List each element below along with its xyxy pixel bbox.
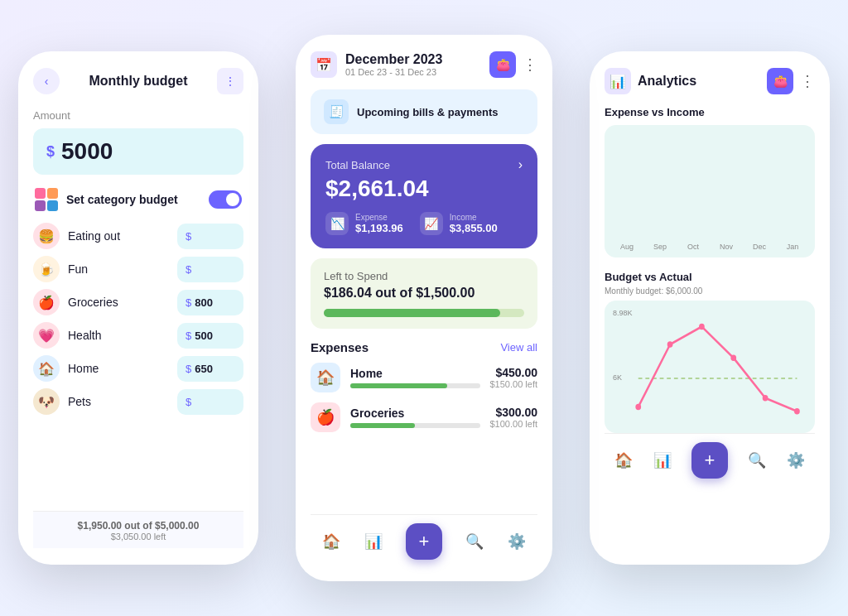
- left-phone-header: ‹ Monthly budget ⋮: [33, 68, 243, 94]
- balance-amount: $2,661.04: [325, 176, 523, 202]
- fun-input[interactable]: $: [177, 257, 243, 282]
- bar-label-aug: Aug: [613, 243, 641, 251]
- left-phone: ‹ Monthly budget ⋮ Amount $ 5000 Set ca: [18, 51, 258, 565]
- bills-icon: 🧾: [324, 99, 349, 124]
- budget-actual-title: Budget vs Actual: [605, 271, 815, 283]
- groceries-expense-bar: [350, 423, 480, 428]
- y-label-high: 8.98K: [613, 309, 633, 317]
- fab-add-button[interactable]: +: [406, 523, 442, 560]
- analytics-title: Analytics: [638, 74, 696, 89]
- category-list: 🍔 Eating out $ 🍺 Fun $ 🍎 Groceries: [33, 223, 243, 511]
- home-expense-name: Home: [350, 367, 480, 380]
- back-button[interactable]: ‹: [33, 68, 60, 94]
- groceries-icon: 🍎: [33, 289, 60, 315]
- balance-label: Total Balance: [325, 159, 390, 171]
- bar-label-sep: Sep: [646, 243, 674, 251]
- list-item: 🍎 Groceries $ 800: [33, 289, 243, 315]
- eating-out-label: Eating out: [68, 229, 169, 243]
- nav-search[interactable]: 🔍: [465, 532, 484, 551]
- budget-actual-subtitle: Monthly budget: $6,000.00: [605, 286, 815, 296]
- y-label-low: 6K: [613, 373, 622, 382]
- bar-label-jan: Jan: [778, 243, 807, 251]
- progress-bar: [324, 309, 524, 317]
- right-nav-home[interactable]: 🏠: [614, 451, 633, 469]
- month-title: December 2023: [345, 52, 442, 67]
- lts-amount: $186.04 out of $1,500.00: [324, 286, 524, 301]
- home-expense-icon: 🏠: [311, 363, 340, 392]
- bar-label-nov: Nov: [712, 243, 740, 251]
- amount-label: Amount: [33, 109, 243, 122]
- expense-amount: $1,193.96: [355, 222, 403, 234]
- calendar-icon: 📅: [311, 51, 337, 78]
- left-to-spend-card: Left to Spend $186.04 out of $1,500.00: [311, 258, 537, 329]
- right-nav-search[interactable]: 🔍: [748, 451, 766, 469]
- list-item: 🍺 Fun $: [33, 256, 243, 282]
- svg-point-3: [699, 324, 705, 330]
- right-bottom-nav: 🏠 📊 + 🔍 ⚙️: [605, 433, 815, 484]
- expenses-section: Expenses View all 🏠 Home $450.00 $150.00…: [311, 340, 537, 514]
- page-title: Monthly budget: [89, 74, 187, 89]
- analytics-header: 📊 Analytics 👛 ⋮: [605, 68, 815, 94]
- eating-out-icon: 🍔: [33, 223, 60, 249]
- bills-banner[interactable]: 🧾 Upcoming bills & payments: [311, 89, 537, 134]
- date-range: 01 Dec 23 - 31 Dec 23: [345, 67, 442, 77]
- progress-bar-fill: [324, 309, 500, 317]
- line-chart: 8.98K 6K: [605, 301, 815, 433]
- svg-point-4: [730, 354, 736, 361]
- income-label: Income: [450, 213, 498, 222]
- dollar-icon: $: [46, 143, 55, 161]
- set-category-label: Set category budget: [66, 193, 178, 206]
- groceries-input[interactable]: $ 800: [177, 290, 243, 315]
- pets-label: Pets: [68, 395, 169, 408]
- right-fab-add-button[interactable]: +: [691, 442, 728, 479]
- category-grid-icon: [35, 188, 58, 211]
- menu-button[interactable]: ⋮: [217, 68, 243, 94]
- budget-actual-section: Budget vs Actual Monthly budget: $6,000.…: [605, 271, 815, 433]
- budget-left-text: $3,050.00 left: [46, 532, 230, 541]
- home-label: Home: [68, 362, 169, 375]
- svg-point-2: [667, 341, 673, 348]
- list-item: 🍔 Eating out $: [33, 223, 243, 249]
- svg-point-5: [763, 395, 768, 402]
- expense-detail: 📉 Expense $1,193.96: [325, 212, 403, 235]
- analytics-wallet-button[interactable]: 👛: [767, 68, 793, 94]
- groceries-expense-icon: 🍎: [311, 402, 340, 432]
- list-item: 🐶 Pets $: [33, 388, 243, 415]
- right-nav-analytics[interactable]: 📊: [653, 451, 672, 469]
- home-input[interactable]: $ 650: [177, 356, 243, 382]
- home-icon: 🏠: [33, 355, 60, 382]
- list-item: 💗 Health $ 500: [33, 322, 243, 349]
- health-icon: 💗: [33, 322, 60, 349]
- expense-income-chart-section: Expense vs Income: [605, 106, 815, 257]
- income-amount: $3,855.00: [450, 222, 498, 234]
- groceries-expense-left: $100.00 left: [490, 419, 538, 429]
- eating-out-input[interactable]: $: [177, 224, 243, 249]
- svg-point-1: [635, 404, 641, 411]
- nav-analytics[interactable]: 📊: [364, 532, 383, 551]
- more-options-button[interactable]: ⋮: [523, 55, 537, 74]
- nav-home[interactable]: 🏠: [322, 532, 340, 551]
- fun-label: Fun: [68, 262, 169, 276]
- nav-settings[interactable]: ⚙️: [508, 532, 526, 551]
- expense-icon: 📉: [325, 212, 349, 235]
- groceries-expense-amount: $300.00: [490, 406, 538, 419]
- health-label: Health: [68, 329, 169, 342]
- category-toggle[interactable]: [209, 190, 242, 209]
- expense-item-home: 🏠 Home $450.00 $150.00 left: [311, 363, 537, 392]
- amount-input[interactable]: $ 5000: [33, 128, 243, 175]
- analytics-more-button[interactable]: ⋮: [800, 72, 815, 90]
- pets-icon: 🐶: [33, 388, 60, 415]
- pets-input[interactable]: $: [177, 389, 243, 415]
- home-expense-amount: $450.00: [490, 366, 538, 379]
- center-header: 📅 December 2023 01 Dec 23 - 31 Dec 23 👛 …: [311, 51, 537, 78]
- line-chart-svg: [614, 309, 805, 425]
- health-input[interactable]: $ 500: [177, 323, 243, 349]
- center-phone: 📅 December 2023 01 Dec 23 - 31 Dec 23 👛 …: [296, 35, 552, 581]
- bar-label-dec: Dec: [745, 243, 773, 251]
- analytics-bar-icon: 📊: [605, 68, 631, 94]
- wallet-button[interactable]: 👛: [489, 51, 516, 78]
- view-all-link[interactable]: View all: [500, 341, 537, 354]
- right-nav-settings[interactable]: ⚙️: [787, 451, 805, 469]
- groceries-label: Groceries: [68, 296, 169, 309]
- balance-chevron-icon[interactable]: ›: [518, 157, 523, 172]
